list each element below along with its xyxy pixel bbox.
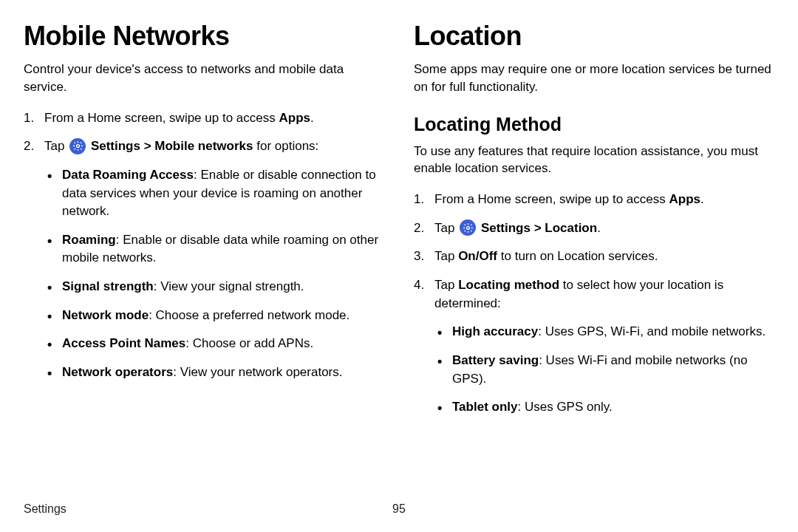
option-bold: Network operators <box>62 365 173 379</box>
list-item: Tablet only: Uses GPS only. <box>434 398 774 417</box>
list-item: Network operators: View your network ope… <box>44 364 384 382</box>
option-rest: : Choose a preferred network mode. <box>149 308 349 322</box>
page-columns: Mobile Networks Control your device's ac… <box>24 21 774 427</box>
option-bold: High accuracy <box>452 324 538 338</box>
list-item: Signal strength: View your signal streng… <box>44 278 384 296</box>
apps-bold: Apps <box>669 192 700 206</box>
svg-point-0 <box>76 145 79 148</box>
svg-point-1 <box>466 226 469 229</box>
options-list: Data Roaming Access: Enable or disable c… <box>44 166 384 382</box>
apps-bold: Apps <box>279 111 310 125</box>
step-3: Tap On/Off to turn on Location services. <box>414 248 774 266</box>
intro-location: Some apps may require one or more locati… <box>414 61 774 96</box>
option-rest: : Choose or add APNs. <box>185 336 313 350</box>
step-1: From a Home screen, swipe up to access A… <box>414 191 774 209</box>
subintro-locating-method: To use any features that require locatio… <box>414 143 774 178</box>
page-footer: Settings 95 <box>24 502 774 516</box>
step-text-post: . <box>597 221 601 235</box>
heading-mobile-networks: Mobile Networks <box>24 21 384 52</box>
step-2: Tap Settings > Location. <box>414 219 774 238</box>
step-text-post: to turn on Location services. <box>497 249 658 263</box>
list-item: High accuracy: Uses GPS, Wi-Fi, and mobi… <box>434 323 774 341</box>
steps-mobile-networks: From a Home screen, swipe up to access A… <box>24 109 384 382</box>
settings-gear-icon <box>460 219 476 236</box>
onoff-bold: On/Off <box>458 249 497 263</box>
option-bold: Access Point Names <box>62 336 185 350</box>
step-text: Tap <box>434 221 458 235</box>
settings-path-bold: Settings > Location <box>481 221 597 235</box>
step-2: Tap Settings > Mobile networks for optio… <box>24 137 384 381</box>
step-text-post: for options: <box>253 139 319 153</box>
step-text-post: . <box>700 192 704 206</box>
list-item: Battery saving: Uses Wi-Fi and mobile ne… <box>434 352 774 388</box>
step-text: Tap <box>434 249 458 263</box>
list-item: Access Point Names: Choose or add APNs. <box>44 335 384 353</box>
option-bold: Network mode <box>62 308 149 322</box>
option-bold: Signal strength <box>62 279 154 293</box>
step-text: Tap <box>44 139 68 153</box>
step-text: From a Home screen, swipe up to access <box>434 192 669 206</box>
settings-path-bold: Settings > Mobile networks <box>91 139 253 153</box>
footer-section-label: Settings <box>24 502 66 516</box>
step-1: From a Home screen, swipe up to access A… <box>24 109 384 128</box>
step-text: Tap <box>434 278 458 292</box>
step-text-post: . <box>310 111 314 125</box>
heading-location: Location <box>414 21 774 52</box>
option-bold: Battery saving <box>452 353 539 367</box>
step-4: Tap Locating method to select how your l… <box>414 276 774 417</box>
settings-gear-icon <box>69 138 86 154</box>
subheading-locating-method: Locating Method <box>414 114 774 135</box>
option-bold: Roaming <box>62 233 116 247</box>
option-rest: : Uses GPS only. <box>517 400 612 414</box>
steps-location: From a Home screen, swipe up to access A… <box>414 191 774 417</box>
option-bold: Data Roaming Access <box>62 168 194 182</box>
list-item: Network mode: Choose a preferred network… <box>44 307 384 325</box>
column-mobile-networks: Mobile Networks Control your device's ac… <box>24 21 384 427</box>
column-location: Location Some apps may require one or mo… <box>414 21 774 427</box>
option-rest: : View your network operators. <box>173 365 342 379</box>
method-list: High accuracy: Uses GPS, Wi-Fi, and mobi… <box>434 323 774 417</box>
option-bold: Tablet only <box>452 400 517 414</box>
list-item: Roaming: Enable or disable data while ro… <box>44 231 384 267</box>
option-rest: : Uses GPS, Wi-Fi, and mobile networks. <box>538 324 765 338</box>
list-item: Data Roaming Access: Enable or disable c… <box>44 166 384 221</box>
locating-method-bold: Locating method <box>458 278 559 292</box>
step-text: From a Home screen, swipe up to access <box>44 111 279 125</box>
intro-mobile-networks: Control your device's access to networks… <box>24 61 384 96</box>
option-rest: : View your signal strength. <box>154 279 304 293</box>
footer-page-number: 95 <box>392 502 406 516</box>
